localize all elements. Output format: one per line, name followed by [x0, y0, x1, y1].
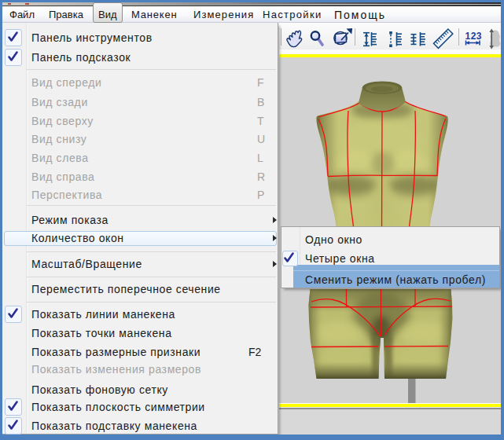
svg-text:123: 123: [465, 31, 483, 42]
